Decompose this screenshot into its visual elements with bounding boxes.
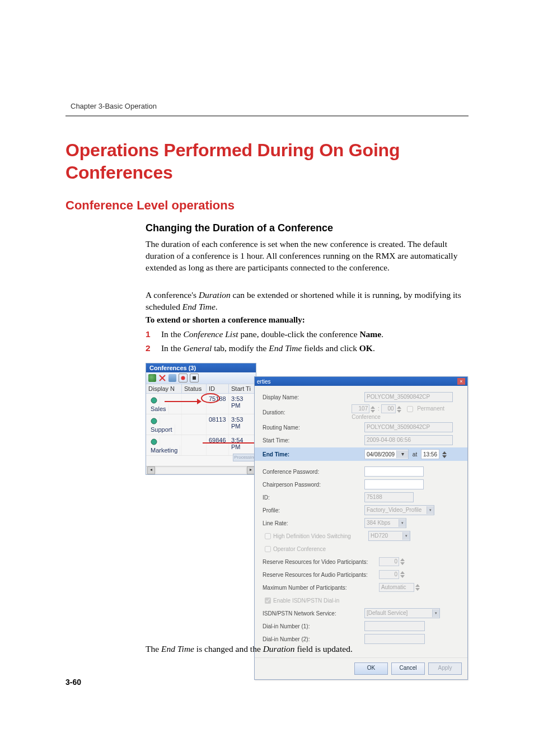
heading-3: Changing the Duration of a Conference — [146, 222, 333, 234]
text-at: at — [413, 451, 417, 458]
duration-hours: 107 — [352, 404, 369, 413]
label-routing-name: Routing Name: — [263, 424, 364, 431]
term-general: General — [183, 343, 212, 353]
svg-marker-9 — [197, 399, 202, 404]
row-line-rate: Line Rate: 384 Kbps▾ — [263, 517, 460, 529]
label-display-name: Display Name: — [263, 394, 364, 400]
apply-button: Apply — [428, 662, 462, 675]
delete-conference-icon[interactable] — [158, 374, 166, 382]
horizontal-scrollbar[interactable]: ◂ ▸ — [146, 466, 256, 474]
scroll-left-icon[interactable]: ◂ — [147, 466, 155, 474]
end-time-time: 13:56 — [421, 451, 439, 458]
text: . — [373, 343, 375, 353]
heading-1: Operations Performed During On Going Con… — [65, 139, 469, 184]
label-max-participants: Maximum Number of Participants: — [263, 585, 379, 591]
paragraph-final: The End Time is changed and the Duration… — [146, 644, 468, 654]
people-icon[interactable] — [168, 374, 176, 382]
scroll-right-icon[interactable]: ▸ — [247, 466, 255, 474]
chevron-down-icon[interactable]: ▾ — [396, 450, 408, 458]
term-name: Name — [359, 329, 381, 339]
chevron-down-icon: ▾ — [402, 532, 410, 540]
dial-in-1-field — [364, 621, 425, 631]
paragraph-2: A conference's Duration can be extended … — [146, 289, 468, 312]
end-time-date-select[interactable]: 04/08/2009 ▾ — [364, 449, 409, 459]
label-isdn-service: ISDN/PSTN Network Service: — [263, 610, 364, 617]
cell-time: 3:53 PM — [229, 394, 256, 414]
text: In the — [161, 343, 184, 353]
term-ok: OK — [359, 343, 373, 353]
enable-isdn-checkbox — [265, 598, 271, 604]
spinner-icon — [396, 405, 402, 414]
svg-point-4 — [151, 398, 157, 403]
row-dial-in-1: Dial-in Number (1): — [263, 620, 460, 632]
text: pane, double-click the conference — [238, 329, 360, 339]
duration-minutes: 00 — [381, 404, 396, 413]
hd-resolution-select: HD720▾ — [368, 531, 410, 541]
label-enable-isdn: Enable ISDN/PSTN Dial-in — [273, 598, 339, 604]
close-icon[interactable]: × — [457, 378, 465, 385]
cell-id: 08113 — [207, 414, 229, 435]
row-chairperson-password: Chairperson Password: — [263, 479, 460, 490]
row-duration: Duration: 107 : 00 Permanent Conference — [263, 404, 460, 420]
svg-marker-15 — [397, 410, 401, 413]
cell-status — [182, 414, 207, 435]
new-conference-icon[interactable] — [148, 374, 156, 382]
text: tab, modify the — [212, 343, 269, 353]
term-end-time: End Time — [269, 343, 302, 353]
header-rule — [65, 115, 469, 116]
heading-2: Conference Level operations — [65, 198, 235, 213]
reserve-video-value: 0 — [379, 557, 399, 566]
stop-icon[interactable] — [190, 374, 199, 382]
record-icon[interactable] — [179, 374, 188, 382]
svg-marker-23 — [415, 588, 420, 591]
col-status[interactable]: Status — [182, 384, 207, 393]
row-start-time: Start Time: 2009-04-08 06:56 — [263, 435, 460, 446]
svg-point-5 — [151, 418, 157, 424]
label-reserve-audio: Reserve Resources for Audio Participants… — [263, 572, 379, 578]
text: In the — [161, 329, 184, 339]
col-id[interactable]: ID — [207, 384, 229, 393]
dialog-title-bar[interactable]: erties × — [255, 377, 467, 386]
label-profile: Profile: — [263, 507, 364, 514]
label-hd-switching: High Definition Video Switching — [273, 533, 368, 539]
instruction-heading: To extend or shorten a conference manual… — [146, 315, 305, 325]
spinner-icon — [399, 557, 406, 566]
dialog-body: Display Name: POLYCOM_35090842CP Duratio… — [255, 386, 467, 657]
chevron-down-icon: ▾ — [427, 506, 434, 514]
chevron-down-icon: ▾ — [432, 609, 439, 617]
svg-marker-21 — [400, 575, 405, 578]
text: A conference's — [146, 290, 199, 300]
conference-properties-dialog: erties × Display Name: POLYCOM_35090842C… — [254, 376, 468, 680]
conferences-panel-title: Conferences (3) — [146, 363, 256, 372]
routing-name-field: POLYCOM_35090842CP — [364, 422, 453, 432]
svg-point-6 — [151, 439, 157, 445]
step-number: 2 — [146, 343, 159, 353]
table-row[interactable]: Support 08113 3:53 PM — [146, 414, 256, 435]
cancel-button[interactable]: Cancel — [391, 662, 425, 675]
scroll-track[interactable] — [156, 468, 246, 473]
chevron-down-icon: ▾ — [399, 519, 406, 527]
callout-arrow-name — [163, 398, 202, 405]
svg-marker-13 — [371, 410, 375, 413]
spinner-icon[interactable] — [441, 450, 448, 459]
cell-time: 3:53 PM — [229, 414, 256, 435]
svg-marker-12 — [371, 406, 375, 409]
end-time-time-input[interactable]: 13:56 — [421, 449, 439, 459]
screenshot-figure: Conferences (3) Display N Status ID Star… — [146, 363, 468, 636]
text: field is updated. — [295, 644, 353, 654]
cell-name: Marketing — [146, 435, 182, 455]
conferences-column-headers: Display N Status ID Start Ti — [146, 384, 256, 394]
conference-password-input[interactable] — [364, 466, 424, 477]
ok-button[interactable]: OK — [354, 662, 388, 675]
spinner-icon — [399, 570, 406, 579]
spinner-icon — [414, 583, 421, 592]
page: Chapter 3-Basic Operation Operations Per… — [0, 0, 534, 756]
row-display-name: Display Name: POLYCOM_35090842CP — [263, 391, 460, 403]
col-display-name[interactable]: Display N — [146, 384, 182, 393]
col-start-time[interactable]: Start Ti — [229, 384, 256, 393]
svg-marker-16 — [442, 451, 447, 454]
highlight-oval — [200, 393, 221, 403]
row-profile: Profile: Factory_Video_Profile▾ — [263, 505, 460, 516]
chairperson-password-input[interactable] — [364, 479, 424, 489]
row-conference-password: Conference Password: — [263, 466, 460, 477]
